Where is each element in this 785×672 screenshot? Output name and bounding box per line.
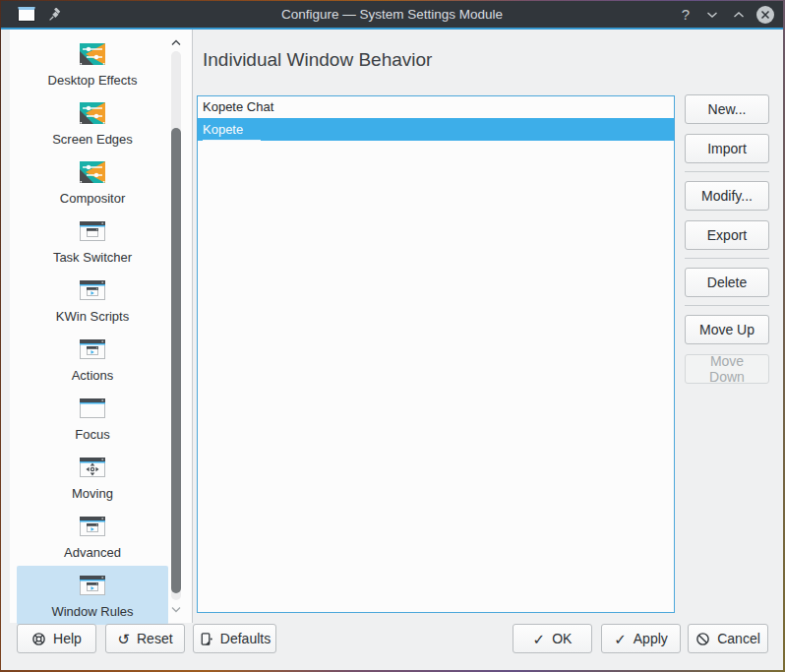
undo-icon: ↺ [117,632,130,646]
list-item-kopete[interactable]: Kopete [198,118,674,141]
sidebar-item-label: Moving [72,486,113,501]
ok-button-label: OK [552,631,572,646]
window-rules-list: Kopete Chat Kopete [197,95,675,613]
sidebar-item-desktop-effects[interactable]: Desktop Effects [17,34,168,93]
sidebar-item-kwin-scripts[interactable]: KWin Scripts [17,271,168,330]
scrollbar-thumb[interactable] [171,128,181,593]
window-play-icon [77,570,108,601]
defaults-button[interactable]: Defaults [193,624,276,653]
new-button[interactable]: New... [685,94,769,124]
sidebar-item-window-rules[interactable]: Window Rules [17,566,168,625]
window-move-icon [77,452,108,483]
close-icon[interactable] [756,6,774,24]
separator [685,171,769,172]
document-revert-icon [199,632,213,646]
scroll-up-icon[interactable] [170,37,182,47]
sidebar-item-label: Window Rules [51,604,133,619]
sidebar-item-compositor[interactable]: Compositor [17,153,168,212]
apply-button-label: Apply [634,631,668,646]
move-up-button[interactable]: Move Up [685,315,769,344]
sidebar-item-screen-edges[interactable]: Screen Edges [17,93,168,153]
sidebar-item-label: Task Switcher [53,250,132,265]
window-title: Configure — System Settings Module [1,7,783,22]
configure-dialog-window: Configure — System Settings Module ? Des… [1,1,783,670]
separator [685,258,769,259]
sidebar-scrollbar[interactable] [170,37,182,614]
sidebar-item-label: Desktop Effects [48,73,138,88]
reset-button[interactable]: ↺ Reset [105,624,185,653]
window-play-icon [77,334,108,365]
import-button[interactable]: Import [685,134,769,163]
modify-button[interactable]: Modify... [685,181,769,211]
sidebar-item-moving[interactable]: Moving [17,448,168,507]
list-item-kopete-chat[interactable]: Kopete Chat [198,96,674,118]
pin-icon[interactable] [48,8,62,22]
help-button-label: Help [53,631,82,646]
separator [685,305,769,306]
sidebar-item-label: Compositor [60,191,125,206]
sidebar-item-actions[interactable]: Actions [17,330,168,389]
sidebar-item-label: Advanced [64,545,121,560]
check-icon: ✓ [614,632,627,646]
titlebar: Configure — System Settings Module ? [1,1,783,28]
export-button[interactable]: Export [685,220,769,250]
rule-action-buttons: New... Import Modify... Export Delete Mo… [685,94,769,394]
help-icon [31,632,46,646]
reset-button-label: Reset [137,631,173,646]
scroll-down-icon[interactable] [170,604,182,614]
window-menu-icon[interactable] [18,7,35,22]
sidebar-item-label: Actions [72,368,114,383]
check-icon: ✓ [533,632,546,646]
apply-button[interactable]: ✓ Apply [601,624,681,653]
window-inner-icon [77,215,108,247]
rule-name-edit-text[interactable]: Kopete [203,120,261,141]
cancel-button-label: Cancel [717,631,760,646]
window-play-icon [77,275,108,306]
sidebar-item-focus[interactable]: Focus [17,389,168,448]
window-plain-icon [77,393,108,424]
sidebar-item-label: Focus [75,427,109,442]
delete-button[interactable]: Delete [685,268,769,297]
effects-icon [77,156,108,188]
cancel-button[interactable]: Cancel [688,624,768,653]
help-titlebar-button[interactable]: ? [677,6,694,24]
window-play-icon [77,511,108,542]
cancel-icon [695,632,710,646]
sidebar-item-label: KWin Scripts [56,309,129,324]
page-title: Individual Window Behavior [203,49,432,71]
ok-button[interactable]: ✓ OK [513,624,592,653]
maximize-up-icon[interactable] [730,6,748,24]
defaults-button-label: Defaults [220,631,271,646]
sidebar-item-label: Screen Edges [52,132,133,147]
move-down-button[interactable]: Move Down [685,354,769,384]
sidebar-item-advanced[interactable]: Advanced [17,507,168,566]
sidebar-item-task-switcher[interactable]: Task Switcher [17,212,168,271]
help-button[interactable]: Help [17,624,96,653]
shade-down-icon[interactable] [703,6,721,24]
module-sidebar: Desktop Effects Screen Edges Compositor … [10,30,193,623]
effects-icon [77,97,108,129]
effects-icon [77,38,108,70]
